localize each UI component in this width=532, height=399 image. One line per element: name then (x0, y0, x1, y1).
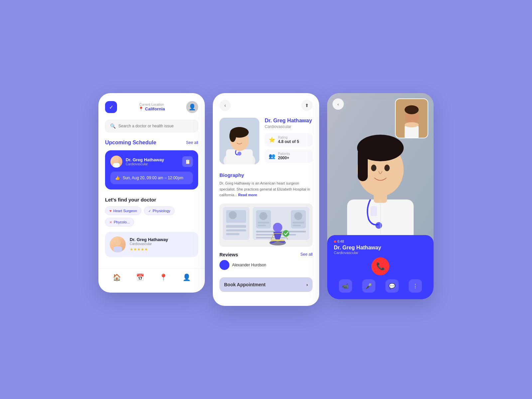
nav-profile[interactable]: 👤 (183, 273, 191, 281)
rating-info: Rating 4.8 out of 5 (278, 136, 299, 144)
upcoming-title: Upcoming Schedule (105, 140, 156, 146)
more-icon: ⋮ (413, 283, 418, 289)
pip-video-thumbnail (395, 98, 428, 138)
video-back-button[interactable]: ‹ (332, 98, 344, 110)
patients-icon: 👥 (269, 153, 275, 159)
read-more-link[interactable]: Read more (238, 193, 257, 197)
screen-video-call: ‹ 6:48 Dr. (327, 93, 434, 299)
svg-rect-12 (226, 229, 246, 231)
chevron-right-icon: › (306, 282, 308, 287)
svg-point-5 (229, 130, 236, 142)
nav-home[interactable]: 🏠 (113, 273, 121, 281)
back-icon: ‹ (224, 103, 226, 108)
patients-value: 2000+ (278, 156, 290, 160)
profile-icon: 👤 (183, 273, 191, 281)
svg-point-37 (384, 165, 390, 171)
svg-point-15 (259, 212, 267, 220)
doctor-list-specialty: Cardiovascular (130, 242, 168, 246)
mic-toggle-button[interactable]: 🎤 (362, 279, 375, 293)
search-bar[interactable]: 🔍 (105, 120, 198, 132)
book-appointment-button[interactable]: Book Appointment › (219, 277, 313, 292)
appt-doctor-avatar (110, 156, 122, 168)
video-doc-specialty: Cardiovascular (334, 251, 427, 255)
user-icon: 👤 (189, 103, 196, 111)
svg-point-19 (294, 212, 302, 220)
camera-toggle-button[interactable]: 📹 (339, 279, 352, 293)
bio-section: Biography Dr. Greg Hathaway is an Americ… (213, 172, 319, 203)
book-btn-label: Book Appointment (224, 282, 266, 287)
doctor-list-name: Dr. Greg Hathaway (130, 237, 168, 242)
svg-point-28 (283, 230, 289, 237)
clipboard-icon: 📋 (185, 159, 191, 164)
svg-rect-27 (271, 239, 284, 241)
reviews-title: Reviews (219, 252, 238, 257)
back-button[interactable]: ‹ (219, 100, 231, 111)
camera-icon: 📹 (342, 283, 349, 289)
bio-title: Biography (219, 172, 313, 178)
chat-icon: 💬 (389, 283, 395, 289)
chat-button[interactable]: 💬 (385, 279, 399, 293)
review-preview: Alexander Hurdson (219, 260, 313, 270)
physiology-label: Physiology (153, 209, 170, 213)
doctor-list-stars: ★★★★★ (130, 247, 168, 252)
doctor-profile-section: Dr. Greg Hathaway Cardiovascular ⭐ Ratin… (213, 114, 319, 172)
doctor-profile-details: Dr. Greg Hathaway Cardiovascular ⭐ Ratin… (265, 118, 313, 166)
svg-point-26 (273, 223, 282, 232)
video-back-icon: ‹ (337, 102, 339, 107)
screens-container: ✓ Current Location 📍 California 👤 🔍 (98, 93, 434, 306)
rating-value: 4.8 out of 5 (278, 139, 299, 144)
appt-doctor-details: Dr. Greg Hathaway Cardiovascular (126, 157, 164, 166)
svg-point-10 (229, 211, 237, 219)
nav-location[interactable]: 📍 (159, 273, 168, 281)
user-avatar[interactable]: 👤 (186, 101, 198, 113)
filter-tag-heart-surgeon[interactable]: ♥ Heart Surgeon (105, 206, 141, 215)
svg-rect-24 (256, 237, 286, 238)
screen2-header: ‹ ⬆ (213, 93, 319, 114)
share-icon: ⬆ (305, 103, 309, 108)
search-input[interactable] (118, 124, 193, 128)
filter-tags: ♥ Heart Surgeon ✓ Physiology ✕ Phycolo..… (105, 206, 198, 226)
phycolo-label: Phycolo... (114, 220, 130, 224)
reviewer-avatar (219, 260, 229, 270)
appt-time: Sun, Aug 20, 09:00 am – 12:00pm (123, 176, 183, 180)
svg-point-43 (405, 105, 419, 114)
location-nav-icon: 📍 (159, 273, 168, 281)
patients-stat-card: 👥 Patients 2000+ (265, 149, 313, 163)
mic-icon: 🎤 (365, 283, 372, 289)
location-pin-icon: 📍 (138, 106, 144, 111)
end-call-button[interactable]: 📞 (371, 257, 389, 275)
bio-text: Dr. Greg Hathaway is an American heart s… (219, 181, 313, 198)
svg-point-6 (237, 152, 241, 156)
filter-tag-phycolo[interactable]: ✕ Phycolo... (105, 218, 134, 226)
check-badge: ✓ (105, 101, 117, 113)
filter-tag-physiology[interactable]: ✓ Physiology (144, 206, 175, 215)
patients-info: Patients 2000+ (278, 152, 290, 160)
svg-rect-21 (293, 225, 301, 226)
screen-home: ✓ Current Location 📍 California 👤 🔍 (98, 93, 205, 293)
upcoming-see-all[interactable]: See all (186, 140, 198, 145)
pip-svg (396, 98, 428, 138)
doctor-list-card[interactable]: Dr. Greg Hathaway Cardiovascular ★★★★★ (105, 232, 198, 257)
more-options-button[interactable]: ⋮ (409, 279, 422, 293)
share-button[interactable]: ⬆ (301, 100, 313, 111)
svg-rect-39 (370, 206, 377, 216)
reviews-header: Reviews See all (219, 252, 313, 257)
appt-action-icon[interactable]: 📋 (182, 156, 193, 167)
book-btn-area: Book Appointment › (213, 273, 319, 299)
appointment-card[interactable]: Dr. Greg Hathaway Cardiovascular 📋 👍 Sun… (105, 150, 198, 190)
video-controls: 📹 🎤 💬 ⋮ (334, 279, 427, 293)
reviews-see-all[interactable]: See all (300, 252, 313, 257)
svg-rect-17 (258, 225, 266, 226)
end-call-icon: 📞 (376, 262, 385, 271)
home-icon: 🏠 (113, 273, 121, 281)
illustration-area (219, 203, 313, 247)
doctor-list-info: Dr. Greg Hathaway Cardiovascular ★★★★★ (130, 237, 168, 252)
video-doc-name: Dr. Greg Hathaway (334, 245, 427, 251)
doctor-list-avatar (110, 236, 126, 252)
svg-rect-13 (226, 233, 239, 235)
illustration-svg (219, 203, 313, 247)
nav-schedule[interactable]: 📅 (136, 273, 144, 281)
location-center: Current Location 📍 California (138, 103, 165, 111)
reviewer-name: Alexander Hurdson (232, 263, 266, 267)
check-small-icon: ✓ (148, 209, 151, 213)
